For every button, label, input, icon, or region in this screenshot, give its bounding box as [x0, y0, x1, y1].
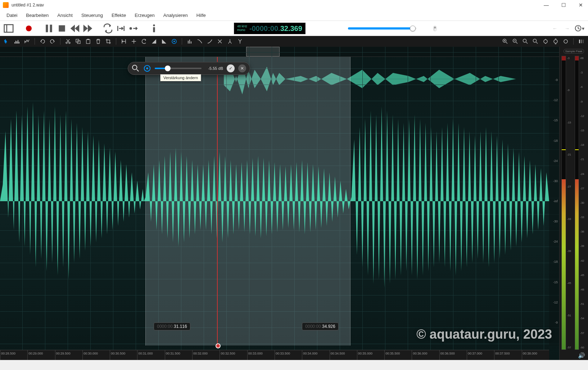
split-y-icon[interactable]	[226, 37, 234, 45]
zoom-sel-icon[interactable]	[532, 37, 539, 45]
undo-button[interactable]	[39, 37, 46, 45]
app-icon	[3, 2, 9, 8]
svg-rect-33	[581, 40, 582, 43]
svg-rect-23	[189, 40, 190, 44]
time-tick: 00:37.000	[467, 350, 494, 360]
menu-datei[interactable]: Datei	[3, 11, 21, 19]
menu-erzeugen[interactable]: Erzeugen	[131, 11, 158, 19]
time-ruler[interactable]: 00:28.50000:29.00000:29.50000:30.00000:3…	[0, 350, 549, 360]
svg-rect-10	[15, 41, 16, 44]
curve-up-icon[interactable]	[206, 37, 214, 45]
zoom-in-icon[interactable]	[501, 37, 509, 45]
svg-rect-11	[17, 41, 17, 44]
gain-icon[interactable]	[170, 37, 178, 45]
main-area: 0000:00.31.116 0000:00.34.926 -9 -12 -15…	[0, 47, 588, 360]
fade-out-icon[interactable]	[160, 37, 168, 45]
loop-selection-button[interactable]	[116, 23, 126, 33]
merge-icon[interactable]	[236, 37, 244, 45]
cut-icon[interactable]	[64, 37, 72, 45]
time-tick: 00:35.500	[384, 350, 412, 360]
pause-button[interactable]	[44, 23, 54, 33]
menu-hilfe[interactable]: Hilfe	[193, 11, 209, 19]
fade-in-icon[interactable]	[150, 37, 158, 45]
zoom-fit-icon[interactable]	[521, 37, 529, 45]
zoom-v-out-icon[interactable]	[552, 37, 560, 45]
delete-icon[interactable]	[94, 37, 102, 45]
time-tick: 00:31.000	[137, 350, 164, 360]
timecode-display[interactable]: 48 kHz mono -0000:00.32.369	[234, 23, 306, 34]
meter-bar-right[interactable]	[575, 56, 579, 350]
menu-ansicht[interactable]: Ansicht	[54, 11, 76, 19]
menu-steuerung[interactable]: Steuerung	[78, 11, 107, 19]
envelope-icon[interactable]	[186, 37, 194, 45]
history-button[interactable]: ▾	[574, 23, 584, 33]
menu-bearbeiten[interactable]: Bearbeiten	[22, 11, 52, 19]
svg-point-6	[153, 24, 155, 26]
speaker-output-icon[interactable]: 🔊	[561, 351, 587, 358]
reverse-icon[interactable]	[140, 37, 148, 45]
svg-rect-12	[18, 40, 18, 44]
gain-cancel-button[interactable]: ✕	[238, 64, 246, 72]
close-button[interactable]: ✕	[576, 1, 585, 9]
timecode-meta: 48 kHz mono	[237, 25, 247, 32]
speaker-icon[interactable]: 🖱️	[430, 23, 440, 33]
svg-rect-4	[59, 25, 65, 32]
crop-icon[interactable]	[104, 37, 112, 45]
time-tick: 00:36.000	[412, 350, 439, 360]
forward-button[interactable]	[83, 23, 93, 33]
svg-rect-22	[188, 41, 189, 44]
meter-bar-left[interactable]	[561, 56, 566, 350]
waveform-canvas[interactable]: 0000:00.31.116 0000:00.34.926	[0, 57, 549, 346]
maximize-button[interactable]: ☐	[559, 1, 568, 9]
time-tick: 00:30.500	[110, 350, 137, 360]
gain-value: -5.55 dB	[205, 66, 223, 71]
level-meters: Sample Peak -3-9-15-21-27-33-39-45-51-57…	[559, 47, 588, 360]
gain-zoom-icon[interactable]	[132, 64, 140, 72]
copy-icon[interactable]	[74, 37, 82, 45]
gain-tool-popup[interactable]: -5.55 dB ✓ ✕	[128, 62, 250, 75]
spectral-view-icon[interactable]	[13, 37, 21, 45]
menu-analysieren[interactable]: Analysieren	[160, 11, 191, 19]
time-tick: 00:31.500	[165, 350, 192, 360]
info-button[interactable]	[149, 23, 159, 33]
svg-point-31	[564, 40, 567, 43]
gain-slider[interactable]	[155, 68, 202, 69]
volume-slider[interactable]	[348, 27, 416, 30]
minimize-button[interactable]: —	[542, 1, 551, 9]
sidebar-toggle-button[interactable]	[4, 23, 14, 33]
trim-start-icon[interactable]	[120, 37, 128, 45]
menu-effekte[interactable]: Effekte	[108, 11, 130, 19]
redo-button[interactable]	[49, 37, 56, 45]
spectrogram-view-icon[interactable]	[23, 37, 31, 45]
waveform-view[interactable]: 0000:00.31.116 0000:00.34.926 -9 -12 -15…	[0, 47, 559, 360]
time-tick: 00:29.000	[27, 350, 55, 360]
loop-button[interactable]	[103, 23, 113, 33]
zoom-v-fit-icon[interactable]	[562, 37, 570, 45]
split-x-icon[interactable]	[216, 37, 224, 45]
time-tick: 00:32.500	[220, 350, 247, 360]
undo-nav-button[interactable]: ←	[550, 23, 560, 33]
waveform-view-icon[interactable]	[3, 37, 11, 45]
zoom-out-icon[interactable]	[511, 37, 519, 45]
svg-point-38	[146, 67, 148, 69]
curve-down-icon[interactable]	[196, 37, 204, 45]
meters-toggle-icon[interactable]	[577, 37, 585, 45]
zoom-v-in-icon[interactable]	[542, 37, 549, 45]
gain-preview-icon[interactable]	[143, 64, 151, 72]
window-title: untitled #1 2.wav	[12, 3, 44, 8]
stop-button[interactable]	[57, 23, 67, 33]
time-tick: 00:38.000	[522, 350, 549, 360]
svg-point-5	[130, 27, 132, 30]
play-to-end-button[interactable]	[129, 23, 139, 33]
paste-icon[interactable]	[84, 37, 92, 45]
redo-nav-button[interactable]: →	[562, 23, 572, 33]
record-button[interactable]	[24, 23, 34, 33]
playhead[interactable]	[217, 57, 218, 346]
svg-rect-7	[153, 27, 155, 32]
time-tick: 00:36.500	[439, 350, 467, 360]
trim-end-icon[interactable]	[130, 37, 138, 45]
rewind-button[interactable]	[70, 23, 80, 33]
gain-tooltip: Verstärkung ändern	[160, 74, 201, 81]
time-tick: 00:34.000	[302, 350, 329, 360]
gain-apply-button[interactable]: ✓	[227, 64, 235, 72]
